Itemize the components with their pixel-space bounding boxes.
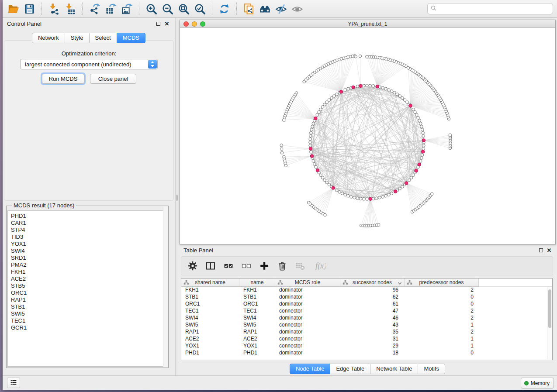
- open-file-button[interactable]: [5, 1, 21, 16]
- mcds-result-list[interactable]: PHD1CAR1STP4TID3YOX1SWI4SRD1PMA2FKH1ACE2…: [7, 210, 167, 367]
- float-panel-icon[interactable]: [155, 21, 161, 27]
- export-image-button[interactable]: [119, 1, 135, 16]
- settings-gear-button[interactable]: [187, 260, 199, 272]
- network-node: [284, 164, 287, 167]
- new-network-from-selection-button[interactable]: [241, 1, 257, 16]
- cell-name: RAP1: [239, 329, 275, 336]
- mcds-result-item[interactable]: FKH1: [11, 268, 167, 275]
- mcds-result-item[interactable]: YOX1: [11, 241, 167, 248]
- mcds-result-item[interactable]: STB1: [11, 303, 167, 310]
- mcds-result-item[interactable]: TID3: [11, 234, 167, 241]
- table-row[interactable]: FKH1FKH1dominator962: [181, 287, 552, 294]
- export-network-button[interactable]: [86, 1, 103, 16]
- table-row[interactable]: ORC1ORC1dominator610: [181, 301, 552, 308]
- tab-motifs[interactable]: Motifs: [418, 364, 445, 374]
- chevron-down-icon[interactable]: [398, 281, 402, 285]
- new-network-from-selection-icon: [243, 3, 255, 15]
- table-scrollbar[interactable]: [547, 287, 552, 359]
- table-row[interactable]: ACE2ACE2connector311: [181, 336, 552, 343]
- close-table-panel-icon[interactable]: ✕: [546, 248, 552, 254]
- hide-selected-button[interactable]: [273, 1, 289, 16]
- mcds-result-item[interactable]: SWI4: [11, 248, 167, 254]
- zoom-in-button[interactable]: [143, 1, 159, 16]
- mcds-result-item[interactable]: TEC1: [11, 317, 167, 324]
- mcds-result-item[interactable]: SRD1: [11, 254, 167, 261]
- table-row[interactable]: TEC1TEC1connector472: [181, 308, 552, 315]
- right-column: YPA_prune.txt_1 Table Panel ✕ f(x) share…: [178, 18, 557, 375]
- table-panel-tabs: Node TableEdge TableNetwork TableMotifs: [178, 364, 557, 374]
- memory-button[interactable]: Memory: [521, 378, 554, 389]
- columns-browser-button[interactable]: [204, 260, 217, 272]
- search-field[interactable]: [427, 3, 553, 14]
- zoom-selected-button[interactable]: [192, 1, 208, 16]
- mcds-dominator-node: [314, 117, 317, 120]
- search-network-icon: [259, 3, 271, 15]
- import-table-button[interactable]: [62, 1, 78, 16]
- mcds-result-item[interactable]: GCR1: [11, 324, 167, 331]
- column-header-predecessor-nodes[interactable]: predecessor nodes: [405, 279, 479, 287]
- zoom-fit-button[interactable]: [176, 1, 192, 16]
- show-hidden-button[interactable]: [289, 1, 305, 16]
- cell-shared-name: ACE2: [181, 336, 239, 343]
- tab-network-table[interactable]: Network Table: [370, 364, 418, 374]
- close-panel-button[interactable]: Close panel: [90, 74, 136, 84]
- export-table-button[interactable]: [103, 1, 119, 16]
- zoom-out-button[interactable]: [159, 1, 176, 16]
- close-panel-icon[interactable]: ✕: [164, 21, 170, 27]
- table-row[interactable]: RAP1RAP1dominator352: [181, 329, 552, 336]
- mcds-dominator-node: [394, 190, 397, 193]
- network-node: [315, 165, 318, 168]
- network-node: [359, 197, 362, 200]
- mcds-list-scrollbar[interactable]: [163, 206, 168, 367]
- table-row[interactable]: SWI5SWI5connector431: [181, 322, 552, 329]
- tab-select[interactable]: Select: [89, 33, 117, 43]
- mcds-result-item[interactable]: ORC1: [11, 289, 167, 296]
- tab-node-table[interactable]: Node Table: [290, 364, 331, 374]
- mcds-result-item[interactable]: PMA2: [11, 261, 167, 268]
- toolbar-icon-groups: [5, 1, 305, 16]
- select-all-checkboxes-button[interactable]: [222, 260, 235, 272]
- table-scrollbar-thumb[interactable]: [548, 289, 551, 328]
- tab-style[interactable]: Style: [65, 33, 90, 43]
- tab-mcds[interactable]: MCDS: [117, 33, 145, 43]
- run-mcds-button[interactable]: Run MCDS: [42, 74, 84, 84]
- mcds-result-item[interactable]: STP4: [11, 227, 167, 234]
- table-row[interactable]: YOX1YOX1connector291: [181, 343, 552, 350]
- network-node: [414, 111, 417, 114]
- column-header-shared-name[interactable]: shared name: [181, 279, 239, 287]
- table-row[interactable]: STB1STB1dominator620: [181, 294, 552, 301]
- mcds-result-item[interactable]: ACE2: [11, 275, 167, 282]
- search-input[interactable]: [438, 4, 553, 13]
- mcds-result-item[interactable]: STB5: [11, 282, 167, 289]
- network-node: [362, 84, 365, 87]
- tab-edge-table[interactable]: Edge Table: [330, 364, 370, 374]
- import-network-button[interactable]: [46, 1, 62, 16]
- deselect-all-checkboxes-button[interactable]: [240, 260, 253, 272]
- tab-network[interactable]: Network: [32, 33, 65, 43]
- mcds-result-item[interactable]: PHD1: [11, 213, 167, 220]
- mcds-result-item[interactable]: CAR1: [11, 220, 167, 227]
- save-session-button[interactable]: [21, 1, 38, 16]
- network-node: [377, 224, 380, 227]
- table-panel-header: Table Panel ✕: [178, 244, 557, 256]
- network-canvas[interactable]: [180, 28, 555, 244]
- column-header-MCDS-role[interactable]: MCDS role: [275, 279, 340, 287]
- panel-splitter[interactable]: [175, 18, 178, 375]
- task-history-button[interactable]: [7, 378, 20, 388]
- column-header-successor-nodes[interactable]: successor nodes: [340, 279, 405, 287]
- table-row[interactable]: PHD1PHD1dominator180: [181, 350, 552, 357]
- delete-column-button[interactable]: [276, 260, 288, 272]
- mcds-result-item[interactable]: RAP1: [11, 296, 167, 303]
- hide-selected-icon: [275, 3, 287, 15]
- float-table-panel-icon[interactable]: [538, 248, 544, 254]
- mcds-tab-content: Optimization criterion: largest connecte…: [4, 40, 174, 201]
- column-header-name[interactable]: name: [239, 279, 275, 287]
- network-view-titlebar[interactable]: YPA_prune.txt_1: [180, 20, 555, 28]
- create-column-button[interactable]: [258, 260, 270, 272]
- table-row[interactable]: SWI4SWI4dominator462: [181, 315, 552, 322]
- search-network-button[interactable]: [257, 1, 273, 16]
- refresh-view-button[interactable]: [216, 1, 232, 16]
- criterion-dropdown[interactable]: largest connected component (undirected): [20, 59, 158, 69]
- splitter-grip[interactable]: [176, 195, 178, 201]
- mcds-result-item[interactable]: SWI5: [11, 310, 167, 317]
